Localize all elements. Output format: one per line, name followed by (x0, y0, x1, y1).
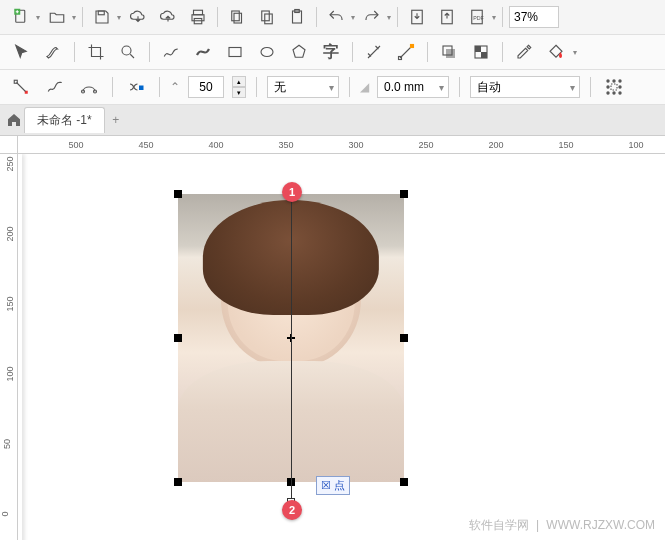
tab-document[interactable]: 未命名 -1* (24, 107, 105, 133)
print-button[interactable] (185, 4, 211, 30)
pdf-dropdown-icon[interactable]: ▾ (492, 13, 496, 22)
zoom-tool[interactable] (115, 39, 141, 65)
rectangle-tool[interactable] (222, 39, 248, 65)
selected-image[interactable] (178, 194, 404, 482)
annotation-badge-1: 1 (282, 182, 302, 202)
handle-br[interactable] (400, 478, 408, 486)
preset-select[interactable]: 自动 (470, 76, 580, 98)
undo-dropdown-icon[interactable]: ▾ (351, 13, 355, 22)
ruler-vertical[interactable]: 250 200 150 100 50 0 (0, 154, 18, 540)
ruler-v-tick: 200 (5, 226, 15, 241)
publish-pdf-button[interactable]: PDF (464, 4, 490, 30)
connector-tool[interactable] (393, 39, 419, 65)
svg-rect-31 (611, 84, 617, 90)
separator (502, 7, 503, 27)
handle-tr[interactable] (400, 190, 408, 198)
ruler-v-tick: 0 (0, 511, 10, 516)
offset-value: 0.0 mm (384, 80, 424, 94)
cloud-download-button[interactable] (125, 4, 151, 30)
open-button[interactable] (44, 4, 70, 30)
svg-point-36 (613, 80, 615, 82)
ruler-v-tick: 150 (5, 296, 15, 311)
home-icon[interactable] (6, 112, 22, 128)
redo-dropdown-icon[interactable]: ▾ (387, 13, 391, 22)
undo-button[interactable] (323, 4, 349, 30)
canvas[interactable]: 1 2 ☒ 点 (18, 154, 665, 540)
freehand-tool[interactable] (158, 39, 184, 65)
open-dropdown-icon[interactable]: ▾ (72, 13, 76, 22)
tab-label: 未命名 -1* (37, 113, 92, 127)
separator (256, 77, 257, 97)
page-edge-shadow (18, 154, 22, 540)
ruler-h-tick: 250 (418, 140, 433, 150)
fill-tool[interactable] (543, 39, 569, 65)
copy-button[interactable] (254, 4, 280, 30)
handle-tl[interactable] (174, 190, 182, 198)
angle-spinner[interactable]: ▴▾ (232, 76, 246, 98)
transparency-tool[interactable] (468, 39, 494, 65)
svg-rect-30 (139, 86, 144, 91)
parallel-dim-tool[interactable] (361, 39, 387, 65)
eyedropper-tool[interactable] (511, 39, 537, 65)
smooth-settings-button[interactable] (123, 74, 149, 100)
toolbox: 字 ▾ (0, 35, 665, 70)
save-dropdown-icon[interactable]: ▾ (117, 13, 121, 22)
ellipse-tool[interactable] (254, 39, 280, 65)
ruler-h-tick: 350 (278, 140, 293, 150)
ruler-h-tick: 200 (488, 140, 503, 150)
svg-point-39 (619, 86, 621, 88)
ruler-corner[interactable] (0, 136, 18, 154)
line-style-value: 无 (274, 79, 286, 96)
cut-button[interactable] (224, 4, 250, 30)
svg-rect-6 (232, 11, 240, 21)
vertical-guideline[interactable] (291, 190, 292, 508)
angle-down[interactable]: ▾ (232, 87, 246, 98)
bezier-mode-button[interactable] (76, 74, 102, 100)
export-button[interactable] (434, 4, 460, 30)
tab-add-button[interactable]: + (107, 111, 125, 129)
watermark-site-cn: 软件自学网 (469, 518, 529, 532)
new-button[interactable] (8, 4, 34, 30)
text-tool[interactable]: 字 (318, 39, 344, 65)
watermark: 软件自学网 | WWW.RJZXW.COM (469, 517, 655, 534)
svg-rect-8 (262, 11, 270, 21)
line-style-select[interactable]: 无 (267, 76, 339, 98)
drop-shadow-tool[interactable] (436, 39, 462, 65)
cloud-upload-button[interactable] (155, 4, 181, 30)
separator (397, 7, 398, 27)
document-tabs: 未命名 -1* + (0, 105, 665, 136)
separator (590, 77, 591, 97)
handle-ml[interactable] (174, 334, 182, 342)
separator (352, 42, 353, 62)
artistic-media-tool[interactable] (190, 39, 216, 65)
svg-rect-22 (446, 49, 455, 58)
import-button[interactable] (404, 4, 430, 30)
redo-button[interactable] (359, 4, 385, 30)
angle-input[interactable] (188, 76, 224, 98)
shape-tool[interactable] (40, 39, 66, 65)
pick-tool[interactable] (8, 39, 34, 65)
svg-rect-17 (229, 48, 241, 57)
svg-text:PDF: PDF (473, 15, 484, 21)
polygon-tool[interactable] (286, 39, 312, 65)
watermark-site-url: WWW.RJZXW.COM (546, 518, 655, 532)
angle-up[interactable]: ▴ (232, 76, 246, 87)
ruler-v-tick: 250 (5, 156, 15, 171)
handle-bl[interactable] (174, 478, 182, 486)
ruler-v-tick: 50 (2, 439, 12, 449)
bounding-box-button[interactable] (601, 74, 627, 100)
paste-button[interactable] (284, 4, 310, 30)
freehand-mode-button[interactable] (42, 74, 68, 100)
handle-mr[interactable] (400, 334, 408, 342)
offset-select[interactable]: 0.0 mm (377, 76, 449, 98)
new-dropdown-icon[interactable]: ▾ (36, 13, 40, 22)
save-button[interactable] (89, 4, 115, 30)
separator (74, 42, 75, 62)
line-2pt-button[interactable] (8, 74, 34, 100)
crop-tool[interactable] (83, 39, 109, 65)
ruler-h-tick: 100 (628, 140, 643, 150)
ruler-horizontal[interactable]: 500 450 400 350 300 250 200 150 100 (18, 136, 665, 154)
fill-dropdown-icon[interactable]: ▾ (573, 48, 577, 57)
offset-icon: ◢ (360, 80, 369, 94)
zoom-input[interactable] (509, 6, 559, 28)
